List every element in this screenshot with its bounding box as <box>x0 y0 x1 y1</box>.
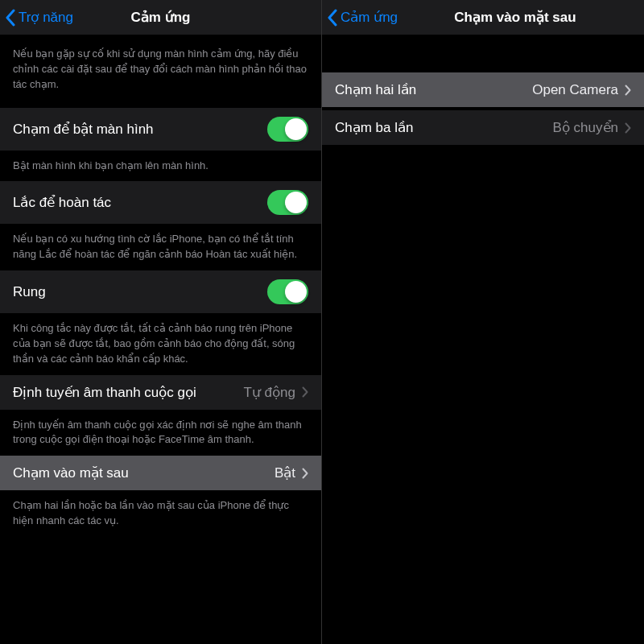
row-value: Open Camera <box>532 82 618 98</box>
tap-to-wake-row[interactable]: Chạm để bật màn hình <box>0 107 321 151</box>
shake-undo-row[interactable]: Lắc để hoàn tác <box>0 180 321 225</box>
page-title: Chạm vào mặt sau <box>454 9 576 26</box>
row-label: Định tuyến âm thanh cuộc gọi <box>13 384 244 401</box>
audio-routing-desc: Định tuyến âm thanh cuộc gọi xác định nơ… <box>0 411 321 456</box>
back-button[interactable]: Cảm ứng <box>327 9 398 27</box>
content: Chạm hai lần Open Camera Chạm ba lần Bộ … <box>322 35 644 146</box>
toggle-switch[interactable] <box>267 279 308 304</box>
page-title: Cảm ứng <box>131 9 191 26</box>
row-label: Chạm hai lần <box>335 81 532 98</box>
intro-description: Nếu bạn gặp sự cố khi sử dụng màn hình c… <box>0 35 321 107</box>
row-right: Bộ chuyển <box>553 119 631 136</box>
content: Nếu bạn gặp sự cố khi sử dụng màn hình c… <box>0 35 321 536</box>
row-label: Rung <box>13 284 267 300</box>
chevron-left-icon <box>5 9 15 27</box>
back-label: Cảm ứng <box>341 9 398 26</box>
navbar: Cảm ứng Chạm vào mặt sau <box>322 0 644 35</box>
settings-touch-screen: Trợ năng Cảm ứng Nếu bạn gặp sự cố khi s… <box>0 0 322 644</box>
row-label: Chạm ba lần <box>335 119 553 136</box>
navbar: Trợ năng Cảm ứng <box>0 0 321 35</box>
back-tap-row[interactable]: Chạm vào mặt sau Bật <box>0 455 321 491</box>
back-tap-desc: Chạm hai lần hoặc ba lần vào mặt sau của… <box>0 491 321 536</box>
row-label: Lắc để hoàn tác <box>13 194 267 211</box>
spacer <box>322 35 644 72</box>
audio-routing-row[interactable]: Định tuyến âm thanh cuộc gọi Tự động <box>0 374 321 411</box>
vibrate-row[interactable]: Rung <box>0 270 321 314</box>
double-tap-row[interactable]: Chạm hai lần Open Camera <box>322 72 644 108</box>
row-value: Bộ chuyển <box>553 119 618 136</box>
chevron-right-icon <box>302 468 308 479</box>
row-right: Tự động <box>244 384 308 401</box>
toggle-switch[interactable] <box>267 117 308 142</box>
chevron-right-icon <box>302 386 308 398</box>
vibrate-desc: Khi công tắc này được tắt, tất cả cảnh b… <box>0 314 321 374</box>
row-right: Bật <box>275 464 308 481</box>
row-label: Chạm vào mặt sau <box>13 464 275 481</box>
settings-backtap-screen: Cảm ứng Chạm vào mặt sau Chạm hai lần Op… <box>322 0 644 644</box>
back-label: Trợ năng <box>19 9 73 26</box>
tap-to-wake-desc: Bật màn hình khi bạn chạm lên màn hình. <box>0 151 321 181</box>
back-button[interactable]: Trợ năng <box>5 9 73 27</box>
shake-undo-desc: Nếu bạn có xu hướng tình cờ lắc iPhone, … <box>0 225 321 270</box>
chevron-right-icon <box>625 122 631 134</box>
chevron-left-icon <box>327 9 337 27</box>
toggle-switch[interactable] <box>267 190 308 215</box>
triple-tap-row[interactable]: Chạm ba lần Bộ chuyển <box>322 109 644 146</box>
row-value: Tự động <box>244 384 295 401</box>
row-right: Open Camera <box>532 82 631 98</box>
chevron-right-icon <box>625 85 631 96</box>
row-label: Chạm để bật màn hình <box>13 121 267 138</box>
row-value: Bật <box>275 464 295 481</box>
